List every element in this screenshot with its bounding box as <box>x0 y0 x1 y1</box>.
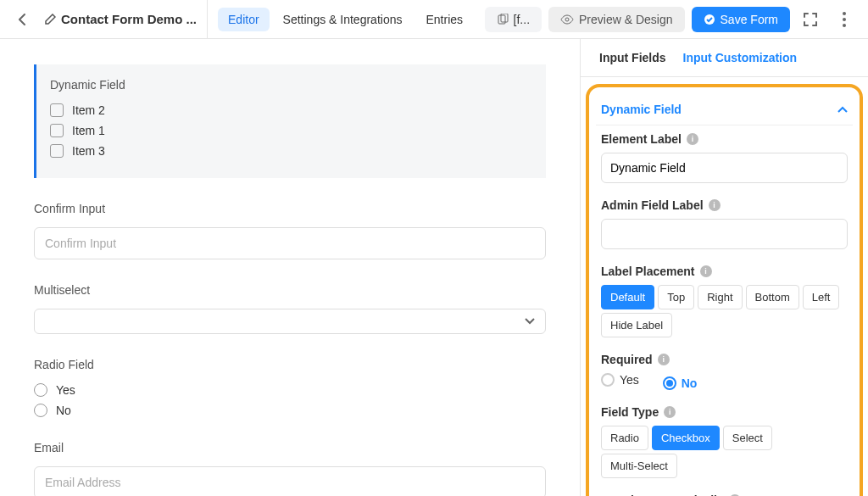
checkbox-option[interactable]: Item 2 <box>50 103 532 117</box>
form-title[interactable]: Contact Form Demo ... <box>61 12 197 26</box>
field-label: Dynamic Field <box>50 78 532 92</box>
placement-default[interactable]: Default <box>601 285 654 309</box>
panel-title: Dynamic Field <box>601 103 682 116</box>
info-icon[interactable]: i <box>687 133 698 145</box>
panel-header[interactable]: Dynamic Field <box>596 94 853 125</box>
checkbox-option[interactable]: Item 1 <box>50 124 532 137</box>
info-icon[interactable]: i <box>664 406 676 418</box>
copy-icon <box>497 14 509 25</box>
text-input[interactable] <box>34 227 546 259</box>
setting-label: Label Placement <box>601 265 695 278</box>
info-icon[interactable]: i <box>658 354 670 365</box>
field-email[interactable]: Email <box>34 441 546 496</box>
save-button[interactable]: Save Form <box>692 7 790 32</box>
field-label: Email <box>34 441 546 454</box>
info-icon[interactable]: i <box>700 265 712 277</box>
required-yes[interactable]: Yes <box>601 373 639 387</box>
svg-point-4 <box>843 12 846 15</box>
back-button[interactable] <box>10 8 34 31</box>
chevron-down-icon <box>525 318 535 325</box>
email-input[interactable] <box>34 466 546 496</box>
field-radio[interactable]: Radio Field Yes No <box>34 358 546 417</box>
field-confirm-input[interactable]: Confirm Input <box>34 202 546 259</box>
info-icon[interactable]: i <box>709 199 721 211</box>
radio-option[interactable]: Yes <box>34 383 546 397</box>
setting-label: Element Label <box>601 132 682 146</box>
placement-left[interactable]: Left <box>803 285 840 309</box>
preview-button[interactable]: Preview & Design <box>548 7 685 32</box>
more-vertical-icon <box>843 12 846 27</box>
fieldtype-checkbox[interactable]: Checkbox <box>652 426 720 450</box>
svg-point-2 <box>565 18 569 21</box>
checkbox-option[interactable]: Item 3 <box>50 144 532 158</box>
fieldtype-select[interactable]: Select <box>723 426 772 450</box>
expand-button[interactable] <box>797 6 824 33</box>
radio-option[interactable]: No <box>34 404 546 417</box>
tab-editor[interactable]: Editor <box>218 8 270 31</box>
highlight-box: Dynamic Field Element Labeli Admin Field… <box>586 84 863 496</box>
tab-input-customization[interactable]: Input Customization <box>675 39 806 76</box>
svg-point-6 <box>843 24 846 27</box>
placement-bottom[interactable]: Bottom <box>746 285 799 309</box>
eye-icon <box>560 14 574 25</box>
edit-icon <box>44 14 56 25</box>
tab-entries[interactable]: Entries <box>415 8 473 31</box>
admin-label-input[interactable] <box>601 219 848 249</box>
check-circle-icon <box>704 14 715 25</box>
field-label: Confirm Input <box>34 202 546 215</box>
tab-settings[interactable]: Settings & Integrations <box>273 8 413 31</box>
form-title-wrap: Contact Form Demo ... <box>34 0 208 39</box>
shortcode-button[interactable]: [f... <box>485 7 542 32</box>
required-no[interactable]: No <box>663 376 698 390</box>
field-dynamic[interactable]: Dynamic Field Item 2 Item 1 Item 3 <box>34 64 546 178</box>
placement-right[interactable]: Right <box>698 285 742 309</box>
svg-point-5 <box>843 18 846 21</box>
placement-hide[interactable]: Hide Label <box>601 313 672 337</box>
multiselect-dropdown[interactable] <box>34 309 546 334</box>
element-label-input[interactable] <box>601 153 848 183</box>
form-canvas: Dynamic Field Item 2 Item 1 Item 3 Confi… <box>0 39 580 496</box>
fieldtype-multiselect[interactable]: Multi-Select <box>601 454 677 478</box>
field-label: Multiselect <box>34 283 546 297</box>
setting-label: Admin Field Label <box>601 198 704 212</box>
placement-top[interactable]: Top <box>658 285 694 309</box>
more-button[interactable] <box>831 6 858 33</box>
setting-label: Required <box>601 353 653 366</box>
fullscreen-icon <box>803 12 818 27</box>
field-multiselect[interactable]: Multiselect <box>34 283 546 334</box>
setting-label: Field Type <box>601 405 659 419</box>
field-label: Radio Field <box>34 358 546 371</box>
tab-input-fields[interactable]: Input Fields <box>591 39 675 76</box>
chevron-up-icon <box>837 106 848 113</box>
fieldtype-radio[interactable]: Radio <box>601 426 648 450</box>
sidebar: Input Fields Input Customization Dynamic… <box>580 39 868 496</box>
